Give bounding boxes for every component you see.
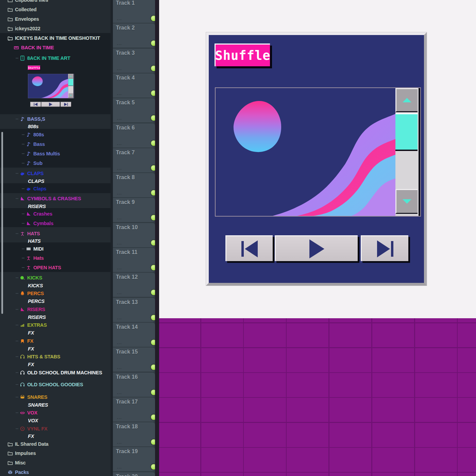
playlist-clip[interactable] bbox=[159, 318, 476, 476]
browser-item-ickeys2022[interactable]: ickeys2022 bbox=[0, 25, 118, 32]
arrow-down-icon bbox=[403, 199, 411, 204]
browser-item-hats[interactable]: HATS bbox=[0, 230, 126, 237]
track-header-track-2[interactable]: Track 2... bbox=[113, 23, 155, 48]
scroll-down-button bbox=[68, 93, 73, 98]
shuffle-button[interactable]: Shuffle bbox=[215, 44, 270, 66]
track-header-track-10[interactable]: Track 10... bbox=[113, 223, 155, 247]
browser-item-cymbols-crashes[interactable]: CYMBOLS & CRASHES bbox=[0, 195, 126, 202]
track-name: Track 20 bbox=[116, 474, 138, 476]
browser-item-old-school-goodies[interactable]: OLD SCHOOL GOODIES bbox=[0, 381, 126, 388]
browser-item-envelopes[interactable]: Envelopes bbox=[0, 15, 118, 23]
scroll-down-button[interactable] bbox=[395, 189, 418, 214]
browser-item-label: SNARES bbox=[28, 402, 48, 408]
browser-item-collected[interactable]: Collected bbox=[0, 6, 118, 13]
track-header-track-9[interactable]: Track 9... bbox=[113, 198, 155, 222]
browser-item-label: Misc bbox=[15, 460, 26, 465]
track-name: Track 3 bbox=[116, 50, 135, 56]
browser-item-label: ICKEYS BACK IN TIME ONESHOTKIT bbox=[15, 35, 100, 41]
track-header-track-20[interactable]: Track 20... bbox=[113, 472, 155, 476]
browser-item-label: Impulses bbox=[15, 451, 36, 456]
track-name: Track 12 bbox=[116, 274, 138, 280]
browser-panel: Shuffle bbox=[0, 0, 111, 476]
browser-item-ickeys-back-in-time-oneshotkit[interactable]: ICKEYS BACK IN TIME ONESHOTKIT bbox=[0, 34, 118, 42]
folder-icon bbox=[7, 7, 13, 12]
track-header-track-7[interactable]: Track 7... bbox=[113, 148, 155, 172]
browser-item-label: Clipboard files bbox=[15, 0, 48, 3]
snare-icon bbox=[20, 394, 25, 400]
track-name: Track 18 bbox=[116, 424, 138, 430]
hihat-icon bbox=[26, 255, 31, 261]
playlist-left-rail bbox=[111, 0, 113, 476]
track-header-track-14[interactable]: Track 14... bbox=[113, 323, 155, 347]
note-icon bbox=[26, 132, 31, 137]
browser-item-extras[interactable]: EXTRAS bbox=[0, 321, 126, 329]
browser-item-il-shared-data[interactable]: IL Shared Data bbox=[0, 440, 118, 448]
browser-item-label: VOX bbox=[28, 418, 38, 423]
browser-item-kicks[interactable]: KICKS bbox=[0, 274, 126, 282]
tree-branch-line bbox=[16, 356, 18, 357]
browser-item-fx[interactable]: FX bbox=[0, 337, 126, 345]
track-header-track-11[interactable]: Track 11... bbox=[113, 248, 155, 272]
track-name: Track 7 bbox=[116, 150, 135, 156]
track-header-track-19[interactable]: Track 19... bbox=[113, 447, 155, 471]
browser-item-label: Collected bbox=[15, 7, 36, 12]
track-header-track-1[interactable]: Track 1... bbox=[113, 0, 155, 23]
track-header-track-16[interactable]: Track 16... bbox=[113, 373, 155, 397]
track-header-track-3[interactable]: Track 3... bbox=[113, 49, 155, 73]
track-header-track-4[interactable]: Track 4... bbox=[113, 73, 155, 98]
browser-item-label: CLAPS bbox=[28, 178, 44, 184]
clap-icon bbox=[26, 186, 31, 191]
track-header-track-17[interactable]: Track 17... bbox=[113, 397, 155, 422]
tree-branch-line bbox=[22, 163, 24, 164]
performance-dots: ... bbox=[117, 391, 122, 395]
track-name: Track 14 bbox=[116, 324, 138, 330]
track-header-track-6[interactable]: Track 6... bbox=[113, 123, 155, 148]
browser-item-risers[interactable]: RISERS bbox=[0, 306, 126, 313]
browser-item-impulses[interactable]: Impulses bbox=[0, 449, 118, 457]
browser-item-percs[interactable]: PERCS bbox=[0, 290, 126, 297]
browser-item-snares[interactable]: SNARES bbox=[0, 393, 126, 401]
tree-branch-line bbox=[22, 153, 24, 154]
play-button[interactable] bbox=[275, 235, 358, 261]
browser-item-old-school-drum-machines[interactable]: OLD SCHOOL DRUM MACHINES bbox=[0, 369, 126, 376]
track-header-track-15[interactable]: Track 15... bbox=[113, 347, 155, 372]
browser-item-label: RISERS bbox=[27, 307, 45, 312]
artwork-image bbox=[215, 87, 421, 217]
tree-branch-line bbox=[16, 58, 18, 58]
folder-plus-icon bbox=[7, 441, 13, 447]
browser-item-packs[interactable]: Packs bbox=[0, 469, 118, 476]
tree-branch-line bbox=[16, 277, 18, 278]
track-header-track-8[interactable]: Track 8... bbox=[113, 173, 155, 197]
artwork-image bbox=[28, 74, 74, 98]
browser-item-vox[interactable]: VOX bbox=[0, 409, 126, 417]
track-header-track-18[interactable]: Track 18... bbox=[113, 422, 155, 446]
track-header-track-12[interactable]: Track 12... bbox=[113, 273, 155, 297]
track-header-track-5[interactable]: Track 5... bbox=[113, 98, 155, 122]
browser-item-back-in-time[interactable]: BACK IN TIME bbox=[0, 44, 124, 51]
browser-item-8ack-in-time-art[interactable]: 8ACK IN TIME ART bbox=[0, 54, 126, 62]
browser-item-claps[interactable]: CLAPS bbox=[0, 170, 126, 177]
browser-item-label: MIDI bbox=[33, 246, 44, 252]
tree-branch-line bbox=[22, 258, 24, 258]
tree-branch-line bbox=[22, 214, 24, 214]
track-header-track-13[interactable]: Track 13... bbox=[113, 298, 155, 322]
scrollbar-thumb[interactable] bbox=[395, 113, 418, 151]
next-icon bbox=[377, 240, 390, 257]
track-name: Track 1 bbox=[116, 0, 135, 6]
browser-item-clipboard-files[interactable]: Clipboard files bbox=[0, 0, 118, 4]
artwork-thumbnail[interactable]: Shuffle bbox=[27, 64, 76, 112]
browser-item-vynl-fx[interactable]: VYNL FX bbox=[0, 425, 126, 432]
hihat-icon bbox=[26, 265, 31, 270]
folder-icon bbox=[7, 16, 13, 22]
browser-item-misc[interactable]: Misc bbox=[0, 459, 118, 466]
arrow-up-icon bbox=[403, 98, 411, 102]
artwork-scrollbar[interactable] bbox=[395, 88, 420, 216]
browser-item-bass-s[interactable]: BASS,S bbox=[0, 115, 126, 123]
previous-button[interactable] bbox=[225, 235, 273, 261]
browser-item-hits-stabs[interactable]: HITS & STABS bbox=[0, 353, 126, 360]
riser-icon bbox=[20, 307, 25, 312]
next-button[interactable] bbox=[361, 235, 408, 261]
tree-branch-line bbox=[16, 293, 18, 294]
scroll-up-button[interactable] bbox=[395, 88, 418, 112]
artwork-scrollbar bbox=[68, 74, 74, 98]
